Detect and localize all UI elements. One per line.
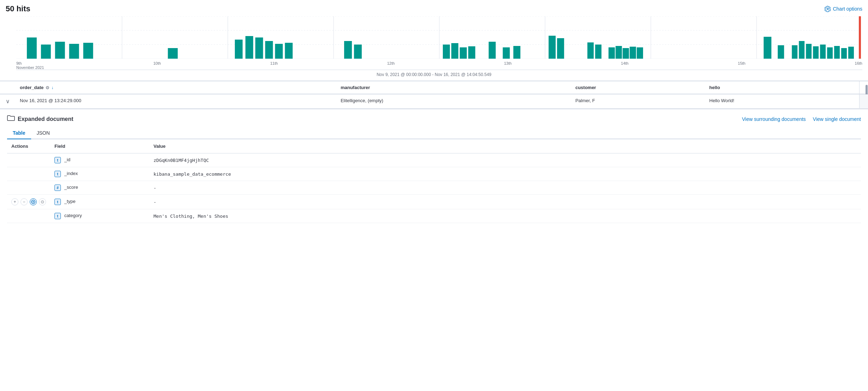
gear-icon [824,6,831,12]
toggle-column-button[interactable]: ⊙ [39,198,46,205]
field-badge-t: t [54,213,61,219]
chart-x-labels: 9thNovember 2021 10th 11th 12th 13th 14t… [16,60,862,70]
expanded-doc-label: Expanded document [18,116,73,122]
chart-bars-container: 9thNovember 2021 10th 11th 12th 13th 14t… [16,16,862,70]
value-cell-id: zDGqKn0B1MF4jgHjhTQC [149,153,861,167]
chart-wrapper: 4 2 0 [6,16,862,70]
filter-plus-button[interactable]: + [11,198,18,205]
table-header-row: order_date ⊙ ↓ manufacturer customer hel… [0,81,868,94]
customer-cell: Palmer, F [571,94,705,109]
svg-rect-19 [255,37,263,59]
expanded-doc-header: Expanded document View surrounding docum… [7,115,861,123]
doc-table-header: Actions Field Value [7,139,861,153]
doc-table: Actions Field Value t _id zDGqKn0B1MF4jg… [7,139,861,223]
field-name-category: category [64,213,82,218]
svg-rect-28 [468,46,475,59]
svg-rect-17 [235,40,243,59]
col-value-header: Value [149,139,861,153]
filter-minus-button[interactable]: − [21,198,28,205]
actions-cell-id [7,153,50,167]
col-order-date[interactable]: order_date ⊙ ↓ [16,81,336,94]
doc-table-row: # _score - [7,181,861,195]
col-customer[interactable]: customer [571,81,705,94]
field-name-id: _id [64,157,70,162]
svg-rect-34 [588,42,594,59]
actions-cell-index [7,167,50,181]
value-cell-type: - [149,195,861,209]
svg-rect-12 [41,45,51,59]
field-badge-t: t [54,199,61,205]
col-actions-header: Actions [7,139,50,153]
doc-table-row: t _index kibana_sample_data_ecommerce [7,167,861,181]
doc-table-row: t _id zDGqKn0B1MF4jgHjhTQC [7,153,861,167]
hello-cell: Hello World! [705,94,859,109]
chart-options-label: Chart options [833,6,862,12]
table-row: ∨ Nov 16, 2021 @ 13:24:29.000 Elitellige… [0,94,868,109]
svg-rect-49 [834,46,840,59]
actions-cell-type: + − ⊙ [7,195,50,209]
svg-rect-37 [615,46,622,59]
chart-svg [16,16,862,59]
expand-cell: ∨ [0,94,16,109]
svg-rect-23 [344,41,352,59]
hits-count: 50 hits [6,4,30,13]
svg-rect-22 [285,43,293,59]
svg-rect-44 [799,41,805,59]
svg-rect-42 [778,45,784,59]
doc-actions: View surrounding documents View single d… [742,116,861,122]
expand-row-button[interactable]: ∨ [4,98,11,105]
svg-rect-31 [513,46,520,59]
chart-time-range: Nov 9, 2021 @ 00:00:00.000 - Nov 16, 202… [6,70,862,81]
results-table-container: order_date ⊙ ↓ manufacturer customer hel… [0,81,868,109]
svg-rect-15 [83,43,93,59]
svg-rect-45 [806,44,812,59]
field-badge-t: t [54,157,61,163]
filter-icon [31,200,35,204]
field-cell-type: t _type [50,195,149,209]
svg-rect-24 [354,45,362,59]
svg-rect-11 [27,37,37,59]
svg-rect-33 [557,38,564,59]
svg-rect-38 [623,48,629,59]
svg-rect-13 [55,42,65,59]
svg-rect-41 [764,37,771,59]
chart-section: 50 hits Chart options 4 2 0 [0,0,868,81]
view-single-link[interactable]: View single document [813,116,861,122]
svg-rect-20 [265,41,273,59]
chart-options-button[interactable]: Chart options [824,6,862,12]
filter-exists-button[interactable] [30,198,37,205]
field-name-index: _index [64,171,78,176]
svg-rect-26 [451,43,458,59]
value-cell-score: - [149,181,861,195]
svg-rect-27 [460,47,467,59]
svg-rect-39 [630,47,636,59]
svg-rect-51 [848,47,854,59]
actions-cell-score [7,181,50,195]
svg-rect-16 [168,48,178,59]
doc-table-row: + − ⊙ t _ty [7,195,861,209]
svg-rect-52 [859,16,861,59]
results-table: order_date ⊙ ↓ manufacturer customer hel… [0,81,868,109]
field-name-score: _score [64,185,78,190]
svg-rect-36 [608,47,615,59]
expanded-doc-section: Expanded document View surrounding docum… [0,109,868,229]
actions-cell-category [7,209,50,223]
col-manufacturer[interactable]: manufacturer [336,81,571,94]
svg-rect-50 [841,48,847,59]
col-field-header: Field [50,139,149,153]
order-date-cell: Nov 16, 2021 @ 13:24:29.000 [16,94,336,109]
col-hello[interactable]: hello [705,81,859,94]
clock-icon: ⊙ [46,85,49,90]
scrollbar-col [860,81,868,94]
doc-table-row: t category Men's Clothing, Men's Shoes [7,209,861,223]
expand-col-header [0,81,16,94]
tab-table[interactable]: Table [7,127,31,139]
svg-rect-25 [443,45,450,59]
tab-json[interactable]: JSON [31,127,56,139]
manufacturer-cell: Elitelligence, (empty) [336,94,571,109]
action-icons: + − ⊙ [11,198,46,205]
svg-rect-14 [69,44,79,59]
view-surrounding-link[interactable]: View surrounding documents [742,116,806,122]
field-cell-score: # _score [50,181,149,195]
svg-rect-46 [813,46,818,59]
